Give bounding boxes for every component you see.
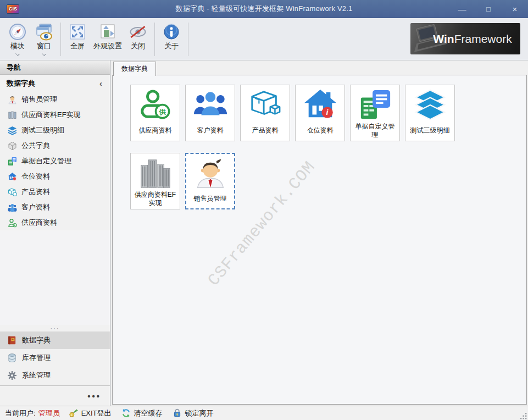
tab-strip: 数据字典 [111, 60, 528, 75]
status-bar: 当前用户: 管理员 EXIT登出清空缓存锁定离开 [0, 406, 528, 420]
title-bar: CIS 数据字典 - 轻量级可快速开发框架 WinFramework V2.1 … [0, 0, 528, 18]
toolbar-button-appearance[interactable]: 外观设置 [91, 22, 125, 58]
sidebar-item-layers[interactable]: 测试三级明细 [0, 123, 110, 138]
toolbar-button-fullscreen[interactable]: 全屏 [64, 22, 91, 58]
sidebar-item-cube-gray[interactable]: 公共字典 [0, 138, 110, 153]
tile-label: 销售员管理 [188, 191, 232, 207]
module-item-label: 系统管理 [22, 371, 51, 380]
window-controls: — □ × [449, 0, 528, 18]
nav-group-label: 数据字典 [7, 79, 35, 89]
tile-warehouse[interactable]: i仓位资料 [295, 85, 345, 141]
tile-warehouse-icon: i [303, 89, 337, 123]
logout-icon [69, 408, 78, 418]
sidebar-item-label: 供应商资料 [21, 218, 57, 228]
status-action-label: 清空缓存 [134, 408, 163, 418]
tile-buildings[interactable]: 供应商资料EF实现 [130, 153, 180, 209]
close-button[interactable]: × [502, 0, 528, 18]
minimize-button[interactable]: — [449, 0, 475, 18]
sidebar-item-label: 测试三级明细 [21, 125, 64, 135]
sidebar-item-salesman[interactable]: 销售员管理 [0, 92, 110, 107]
tile-customers[interactable]: 客户资料 [185, 85, 235, 141]
eye-off-icon [129, 23, 147, 41]
chevron-down-icon [42, 52, 46, 56]
lock-icon [173, 408, 182, 418]
svg-text:供: 供 [158, 108, 166, 116]
status-action-logout[interactable]: EXIT登出 [69, 408, 112, 418]
tile-supplier-icon: 供 [138, 89, 173, 123]
layers-icon [8, 126, 17, 135]
window-eye-icon [35, 23, 53, 41]
status-action-refresh[interactable]: 清空缓存 [121, 408, 163, 418]
house-icon [8, 172, 17, 181]
nav-group-header[interactable]: 数据字典 ‹ [0, 75, 110, 92]
module-item-label: 数据字典 [22, 335, 51, 345]
tile-product[interactable]: 产品资料 [240, 85, 290, 141]
resize-grip[interactable] [519, 412, 527, 420]
tab-page: 供供应商资料客户资料产品资料i仓位资料单据自定义管理测试三级明细供应商资料EF实… [112, 75, 527, 405]
form-icon [8, 157, 17, 166]
tile-form[interactable]: 单据自定义管理 [350, 85, 400, 141]
winframework-logo: WinFramework [410, 23, 520, 54]
status-action-lock[interactable]: 锁定离开 [173, 408, 214, 418]
salesman-icon [8, 95, 17, 104]
chevron-left-icon[interactable]: ‹ [99, 79, 102, 87]
compass-icon [8, 23, 27, 41]
toolbar-button-label: 外观设置 [93, 42, 122, 51]
logo-text-bold: Win [433, 32, 454, 45]
current-user-label: 当前用户: [5, 408, 36, 418]
module-item-gear[interactable]: 系统管理 [0, 367, 110, 384]
toolbar-button-label: 全屏 [70, 42, 85, 51]
chevron-down-icon [15, 52, 20, 56]
module-item-book[interactable]: Aa数据字典 [0, 331, 110, 349]
svg-text:Aa: Aa [12, 338, 15, 341]
navigation-sidebar: 导航 数据字典 ‹ 销售员管理供应商资料EF实现测试三级明细公共字典单据自定义管… [0, 60, 110, 406]
refresh-icon [121, 408, 131, 418]
tile-salesman-icon [193, 157, 227, 191]
toolbar-separator [188, 23, 188, 56]
supplier-icon [8, 218, 17, 228]
maximize-button[interactable]: □ [475, 0, 502, 18]
toolbar-button-label: 窗口 [37, 42, 51, 51]
nav-empty-area [0, 230, 110, 325]
app-icon: CIS [7, 4, 19, 14]
tile-label: 仓位资料 [298, 123, 342, 139]
toolbar-separator [154, 23, 155, 56]
box-icon [8, 187, 17, 197]
toolbar-button-eye-off[interactable]: 关闭 [125, 22, 151, 58]
main-area: 数据字典 供供应商资料客户资料产品资料i仓位资料单据自定义管理测试三级明细供应商… [111, 60, 528, 406]
status-action-label: 锁定离开 [185, 408, 214, 418]
status-action-label: EXIT登出 [81, 408, 112, 418]
status-actions: EXIT登出清空缓存锁定离开 [69, 408, 224, 418]
sidebar-item-supplier[interactable]: 供应商资料 [0, 215, 110, 230]
tile-salesman[interactable]: 销售员管理 [185, 153, 235, 209]
columns-icon [8, 110, 17, 120]
toolbar-button-compass[interactable]: 模块 [4, 22, 31, 58]
tile-buildings-icon [138, 157, 173, 191]
toolbar-separator [60, 23, 61, 56]
database-icon [7, 353, 17, 363]
logo-text-rest: Framework [454, 32, 512, 45]
gear-icon [7, 371, 17, 380]
sidebar-item-columns[interactable]: 供应商资料EF实现 [0, 107, 110, 123]
cube-gray-icon [8, 141, 17, 151]
sidebar-item-label: 供应商资料EF实现 [21, 110, 81, 120]
tile-supplier[interactable]: 供供应商资料 [130, 85, 180, 141]
toolbar-button-info[interactable]: 关于 [158, 22, 185, 58]
sidebar-item-label: 客户资料 [21, 202, 50, 212]
sidebar-item-house[interactable]: 仓位资料 [0, 169, 110, 184]
tile-label: 产品资料 [243, 123, 287, 139]
module-item-database[interactable]: 库存管理 [0, 349, 110, 367]
tile-label: 单据自定义管理 [353, 123, 397, 139]
sidebar-item-form[interactable]: 单据自定义管理 [0, 153, 110, 169]
toolbar-button-window-eye[interactable]: 窗口 [31, 22, 57, 58]
nav-overflow-button[interactable]: ••• [0, 386, 110, 406]
sidebar-splitter-handle[interactable]: ··· [0, 325, 110, 331]
tile-grid: 供供应商资料客户资料产品资料i仓位资料单据自定义管理测试三级明细供应商资料EF实… [113, 75, 503, 209]
sidebar-item-people[interactable]: 客户资料 [0, 200, 110, 215]
tile-layers[interactable]: 测试三级明细 [405, 85, 455, 141]
tab-data-dictionary[interactable]: 数据字典 [113, 62, 156, 76]
tile-layers-icon [413, 89, 447, 123]
tile-label: 测试三级明细 [408, 123, 452, 139]
sidebar-item-box[interactable]: 产品资料 [0, 184, 110, 200]
info-icon [162, 23, 181, 41]
